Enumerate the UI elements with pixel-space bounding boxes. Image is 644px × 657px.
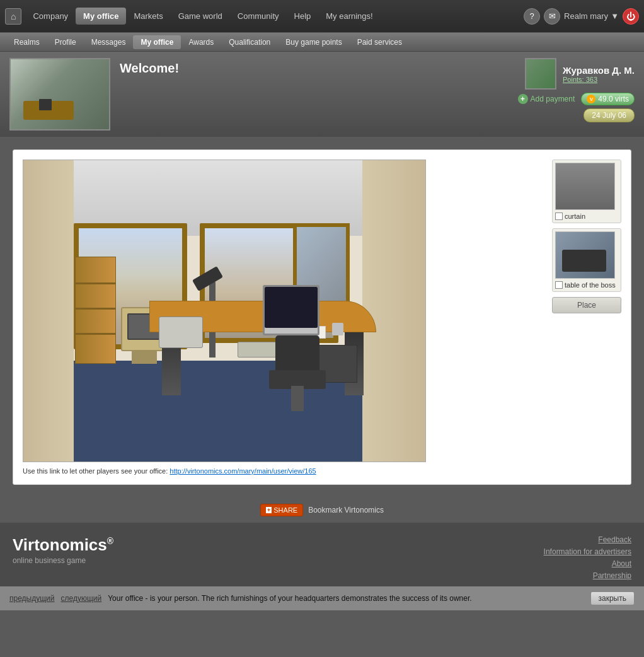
main-area: Use this link to let other players see y…: [0, 137, 644, 497]
mail-icon[interactable]: ✉: [544, 8, 560, 25]
header-area: Welcome! Журавков Д. М. Points: 363 + Ad…: [0, 52, 644, 137]
curtain-checkbox[interactable]: [555, 212, 563, 220]
subnav-qualification[interactable]: Qualification: [221, 35, 278, 49]
curtain-item[interactable]: curtain: [552, 160, 621, 223]
footer-advertisers[interactable]: Information for advertisers: [544, 547, 631, 556]
avatar: [525, 58, 556, 90]
bottom-bar: предыдущий следующий Your office - is yo…: [0, 586, 644, 610]
brand-name: Virtonomics®: [13, 535, 544, 555]
curtain-label: curtain: [565, 212, 585, 220]
nav-markets[interactable]: Markets: [126, 8, 170, 25]
subnav-buygamepoints[interactable]: Buy game points: [278, 35, 349, 49]
boss-table-item[interactable]: table of the boss: [552, 228, 621, 292]
boss-table-checkbox[interactable]: [555, 281, 563, 289]
nav-help[interactable]: Help: [287, 8, 319, 25]
subnav-profile[interactable]: Profile: [47, 35, 84, 49]
office-thumbnail[interactable]: [9, 58, 110, 131]
share-icon: +: [266, 507, 272, 513]
sub-navigation: Realms Profile Messages My office Awards…: [0, 33, 644, 52]
add-payment-button[interactable]: + Add payment: [518, 94, 575, 104]
help-icon[interactable]: ?: [524, 8, 540, 25]
nav-myoffice[interactable]: My office: [76, 8, 126, 25]
phone: [159, 317, 203, 348]
points-link[interactable]: Points: 363: [563, 76, 635, 83]
user-info-panel: Журавков Д. М. Points: 363 + Add payment…: [518, 58, 635, 122]
power-button[interactable]: ⏻: [623, 8, 639, 25]
username: Журавков Д. М.: [563, 65, 635, 76]
bottom-message: Your office - is your person. The rich f…: [108, 594, 584, 603]
footer-links: Feedback Information for advertisers Abo…: [544, 535, 631, 580]
virts-icon: V: [587, 95, 595, 103]
bookshelf: [75, 257, 116, 364]
monitor: [263, 285, 319, 335]
next-button[interactable]: следующий: [61, 594, 102, 603]
chair: [263, 335, 332, 411]
subnav-awards[interactable]: Awards: [181, 35, 221, 49]
nav-community[interactable]: Community: [230, 8, 287, 25]
footer-about[interactable]: About: [612, 559, 631, 568]
bookmark-text: Bookmark Virtonomics: [308, 506, 384, 515]
brand-sub: online business game: [13, 556, 544, 565]
subnav-myoffice[interactable]: My office: [133, 35, 181, 49]
footer-feedback[interactable]: Feedback: [598, 535, 631, 544]
cup: [332, 323, 343, 335]
left-wall: [23, 160, 74, 462]
home-button[interactable]: ⌂: [5, 8, 21, 25]
place-button[interactable]: Place: [552, 297, 621, 313]
branding-footer: Virtonomics® online business game Feedba…: [0, 523, 644, 586]
share-button[interactable]: + SHARE: [260, 504, 303, 516]
side-panel: curtain table of the boss Place: [552, 160, 621, 475]
office-scene: Use this link to let other players see y…: [23, 160, 546, 475]
date-badge: 24 July 06: [584, 108, 635, 122]
close-button[interactable]: закрыть: [590, 591, 635, 605]
nav-company[interactable]: Company: [25, 8, 76, 25]
top-navigation: ⌂ Company My office Markets Game world C…: [0, 0, 644, 33]
subnav-paidservices[interactable]: Paid services: [350, 35, 410, 49]
boss-table-label: table of the boss: [565, 281, 616, 289]
office-container: Use this link to let other players see y…: [13, 149, 631, 485]
welcome-heading: Welcome!: [120, 61, 509, 76]
prev-button[interactable]: предыдущий: [9, 594, 55, 603]
brand: Virtonomics® online business game: [13, 535, 544, 565]
plus-icon: +: [518, 94, 528, 104]
virts-badge: V 49.0 virts: [581, 93, 635, 105]
footer-partnership[interactable]: Partnership: [593, 571, 631, 580]
subnav-realms[interactable]: Realms: [6, 35, 47, 49]
boss-table-thumbnail: [555, 231, 615, 279]
curtain-thumbnail: [555, 163, 615, 210]
nav-gameworld[interactable]: Game world: [171, 8, 230, 25]
bookmark-area: + SHARE Bookmark Virtonomics: [0, 497, 644, 523]
office-link-area: Use this link to let other players see y…: [23, 467, 546, 475]
nav-earnings[interactable]: My earnings!: [318, 8, 380, 25]
realm-info[interactable]: Realm mary ▼: [564, 11, 619, 21]
office-image: [23, 160, 426, 462]
subnav-messages[interactable]: Messages: [84, 35, 134, 49]
office-link[interactable]: http://virtonomics.com/mary/main/user/vi…: [170, 467, 316, 475]
